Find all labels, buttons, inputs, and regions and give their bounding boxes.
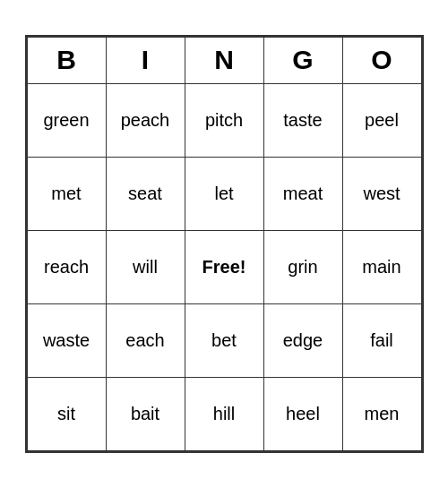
table-row: greenpeachpitchtastepeel: [27, 83, 421, 157]
table-cell: peach: [106, 83, 185, 157]
table-cell: waste: [27, 303, 106, 377]
table-cell: Free!: [185, 230, 263, 303]
table-cell: pitch: [185, 83, 263, 157]
table-cell: met: [27, 157, 106, 230]
table-cell: edge: [263, 303, 342, 377]
table-cell: heel: [263, 377, 342, 450]
header-cell: I: [106, 37, 185, 83]
table-row: sitbaithillheelmen: [27, 377, 421, 450]
table-cell: peel: [342, 83, 421, 157]
table-row: wasteeachbetedgefail: [27, 303, 421, 377]
table-cell: seat: [106, 157, 185, 230]
header-cell: B: [27, 37, 106, 83]
table-cell: grin: [263, 230, 342, 303]
bingo-card: BINGO greenpeachpitchtastepeelmetseatlet…: [25, 35, 424, 453]
table-cell: green: [27, 83, 106, 157]
header-cell: O: [342, 37, 421, 83]
table-cell: main: [342, 230, 421, 303]
table-cell: fail: [342, 303, 421, 377]
header-cell: G: [263, 37, 342, 83]
table-cell: each: [106, 303, 185, 377]
table-cell: sit: [27, 377, 106, 450]
table-cell: bet: [185, 303, 263, 377]
table-row: reachwillFree!grinmain: [27, 230, 421, 303]
table-cell: meat: [263, 157, 342, 230]
table-row: metseatletmeatwest: [27, 157, 421, 230]
table-cell: let: [185, 157, 263, 230]
table-cell: will: [106, 230, 185, 303]
table-cell: men: [342, 377, 421, 450]
bingo-table: BINGO greenpeachpitchtastepeelmetseatlet…: [27, 37, 422, 451]
header-cell: N: [185, 37, 263, 83]
table-cell: reach: [27, 230, 106, 303]
header-row: BINGO: [27, 37, 421, 83]
table-cell: taste: [263, 83, 342, 157]
table-cell: bait: [106, 377, 185, 450]
table-cell: hill: [185, 377, 263, 450]
table-cell: west: [342, 157, 421, 230]
